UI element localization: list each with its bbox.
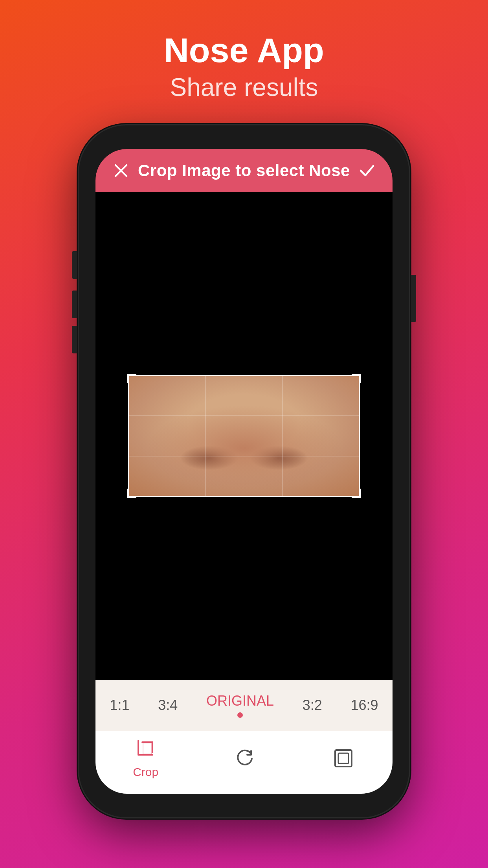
bottom-toolbar: Crop [95,731,393,794]
nose-image [128,375,360,497]
svg-rect-7 [335,750,352,767]
crop-selection[interactable] [128,375,360,497]
rotate-icon [233,747,257,770]
phone-screen: Crop Image to select Nose [95,149,393,794]
phone-mockup: Crop Image to select Nose [79,125,409,817]
ratio-active-dot [237,712,243,718]
ratio-bar: 1:1 3:4 ORIGINAL 3:2 16:9 [95,680,393,731]
toolbar-rotate[interactable] [233,747,257,770]
toolbar-crop-label: Crop [133,765,158,779]
ratio-label-3-2: 3:2 [303,697,322,714]
ratio-item-3-2[interactable]: 3:2 [299,680,326,731]
ratio-item-1-1[interactable]: 1:1 [106,680,133,731]
confirm-button[interactable] [357,161,377,180]
ratio-item-16-9[interactable]: 16:9 [347,680,382,731]
phone-shell: Crop Image to select Nose [79,125,409,817]
ratio-item-3-4[interactable]: 3:4 [154,680,182,731]
app-header: Nose App Share results [164,0,324,125]
svg-rect-6 [143,743,152,754]
app-subtitle: Share results [164,73,324,102]
toolbar-expand[interactable] [332,747,355,770]
toolbar-crop[interactable]: Crop [133,738,158,779]
close-button[interactable] [111,161,131,180]
crop-icon [134,738,158,761]
image-canvas[interactable] [95,192,393,680]
app-title: Nose App [164,31,324,70]
crop-header-title: Crop Image to select Nose [138,161,350,180]
nose-skin-texture [128,375,360,497]
ratio-label-3-4: 3:4 [158,697,178,714]
ratio-item-original[interactable]: ORIGINAL [202,680,278,731]
crop-header-bar: Crop Image to select Nose [95,149,393,192]
expand-icon [332,747,355,770]
ratio-label-original: ORIGINAL [206,693,274,709]
svg-rect-8 [338,753,349,763]
ratio-label-1-1: 1:1 [110,697,129,714]
ratio-label-16-9: 16:9 [350,697,378,714]
